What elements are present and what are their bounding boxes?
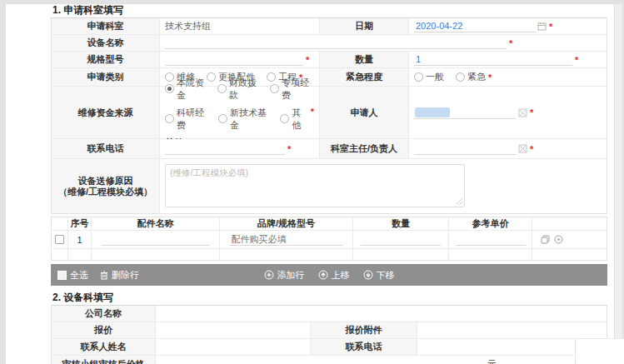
move-down-label: 下移 (377, 269, 395, 282)
radio-label: 本院资金 (177, 77, 209, 102)
director-label: 科室主任/负责人 (320, 139, 409, 158)
date-input[interactable] (414, 20, 536, 32)
phone-label: 联系电话 (52, 139, 160, 158)
radio-checked-icon[interactable] (165, 84, 174, 93)
required-marker: * (488, 72, 492, 82)
repair-request-page: { "misc": { "required_marker": "*" }, "s… (0, 0, 624, 364)
parts-table-header: 序号 配件名称 品牌/规格型号 数量 参考单价 (52, 217, 607, 230)
form-content: 1. 申请科室填写 申请科室 技术支持组 日期 * 设备名称 * 规格 (51, 2, 607, 364)
remove-row-icon[interactable] (554, 235, 563, 244)
header-qty: 数量 (353, 217, 449, 230)
header-index: 序号 (68, 217, 92, 230)
radio-icon[interactable] (165, 114, 174, 123)
radio-label: 一般 (426, 71, 444, 83)
section1-title: 1. 申请科室填写 (51, 2, 607, 18)
phone-cell: * (160, 139, 320, 158)
parts-table-row: 1 (52, 230, 607, 248)
device-name-label: 设备名称 (52, 35, 160, 51)
part-qty-input[interactable] (361, 233, 441, 246)
radio-icon[interactable] (217, 84, 227, 93)
section1-table: 申请科室 技术支持组 日期 * 设备名称 * 规格型号 * (51, 18, 607, 214)
corner-overlay (575, 338, 624, 364)
company-label: 公司名称 (52, 306, 156, 322)
radio-icon[interactable] (218, 114, 227, 123)
header-actions (532, 217, 607, 230)
company-value[interactable] (156, 306, 607, 322)
radio-icon[interactable] (270, 84, 279, 93)
radio-icon[interactable] (207, 72, 216, 82)
device-name-cell: * (160, 35, 607, 51)
radio-fund-newtech[interactable]: 新技术基金 (218, 107, 272, 132)
required-marker: * (311, 107, 314, 132)
contact-name-value[interactable] (156, 339, 311, 355)
parts-table-empty-row (52, 248, 607, 260)
radio-urgency-normal[interactable]: 一般 (414, 71, 444, 83)
fund-source-label: 维修资金来源 (52, 87, 160, 138)
radio-fund-finance[interactable]: 财政拨款 (217, 77, 262, 102)
apply-dept-value: 技术支持组 (160, 18, 320, 34)
circle-plus-icon (264, 270, 274, 280)
qty-cell: * (409, 52, 607, 67)
date-field-cell: * (409, 18, 607, 34)
move-down-button[interactable]: 下移 (363, 269, 395, 282)
quote-value[interactable] (156, 322, 311, 338)
required-marker: * (306, 55, 309, 65)
radio-fund-other[interactable]: 其他 (280, 107, 308, 132)
contact-phone-label: 联系电话 (311, 339, 417, 355)
calendar-icon[interactable] (537, 22, 547, 31)
spec-cell: * (160, 52, 320, 67)
spec-input[interactable] (165, 53, 303, 66)
header-brand-spec: 品牌/规格型号 (220, 217, 353, 230)
radio-fund-research[interactable]: 科研经费 (165, 107, 210, 132)
parts-table: 序号 配件名称 品牌/规格型号 数量 参考单价 1 (51, 217, 607, 261)
required-marker: * (509, 38, 512, 48)
reviewed-price-value: 元 (156, 356, 607, 364)
radio-icon[interactable] (456, 72, 465, 82)
row-checkbox[interactable] (55, 235, 64, 244)
move-up-button[interactable]: 上移 (318, 269, 350, 282)
radio-fund-special[interactable]: 专项经费 (270, 77, 314, 102)
radio-label: 紧急 (467, 71, 486, 83)
reason-label-line1: 设备送修原因 (58, 176, 152, 187)
applicant-cell: * (409, 87, 607, 138)
person-picker-icon[interactable] (518, 108, 527, 117)
radio-urgency-urgent[interactable]: 紧急 (456, 71, 486, 83)
radio-label: 新技术基金 (230, 107, 272, 132)
phone-input[interactable] (165, 142, 285, 155)
reviewed-price-label: 审核小组审核后价格 (52, 356, 156, 364)
device-name-input[interactable] (165, 37, 507, 49)
currency-unit: 元 (487, 358, 497, 364)
required-marker: * (549, 22, 552, 32)
date-label: 日期 (320, 18, 409, 34)
brand-spec-input[interactable] (230, 233, 343, 246)
reason-label-line2: （维修/工程模块必填） (58, 187, 152, 197)
quote-attachment-value[interactable] (417, 322, 607, 338)
director-input[interactable] (414, 142, 516, 155)
add-row-button[interactable]: 添加行 (264, 269, 305, 282)
header-ref-price: 参考单价 (449, 217, 532, 230)
vertical-scrollbar[interactable] (614, 4, 622, 364)
radio-icon[interactable] (267, 72, 276, 82)
circle-down-arrow-icon (363, 270, 373, 280)
part-name-input[interactable] (102, 233, 210, 246)
radio-icon[interactable] (165, 72, 174, 82)
ref-price-input[interactable] (456, 233, 526, 246)
header-part-name: 配件名称 (92, 217, 220, 230)
required-marker: * (287, 144, 291, 154)
urgency-options: 一般 紧急 * (409, 68, 607, 86)
qty-input[interactable] (414, 53, 572, 66)
person-picker-icon[interactable] (518, 144, 527, 153)
applicant-label: 申请人 (320, 87, 409, 138)
row-index: 1 (68, 231, 92, 248)
director-cell: * (409, 139, 607, 158)
radio-icon[interactable] (414, 72, 423, 82)
move-up-label: 上移 (332, 269, 350, 282)
copy-row-icon[interactable] (541, 235, 550, 244)
header-select-cell (52, 217, 68, 230)
required-marker: * (575, 55, 578, 65)
required-marker: * (530, 107, 533, 117)
radio-icon[interactable] (280, 114, 289, 123)
reason-cell (160, 159, 607, 213)
contact-name-label: 联系人姓名 (52, 339, 156, 355)
reason-textarea[interactable] (165, 164, 465, 207)
